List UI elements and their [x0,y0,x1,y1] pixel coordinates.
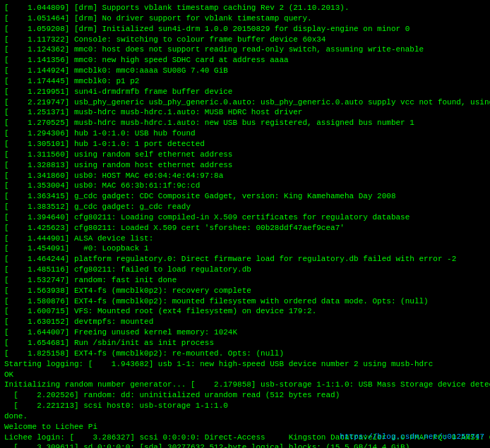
log-line: [ 1.363415] g_cdc gadget: CDC Composite … [4,191,486,202]
log-line: [ 1.630152] devtmpfs: mounted [4,317,486,327]
log-line: [ 1.485116] cfg80211: failed to load reg… [4,265,486,275]
log-line: [ 1.532747] random: fast init done [4,275,486,286]
log-line: [ 1.464244] platform regulatory.0: Direc… [4,254,486,265]
log-line: [ 1.328813] using random host ethernet a… [4,160,486,171]
watermark: https://blog.csdn.net/u01257747 [340,432,484,442]
log-line: [ 1.270525] musb-hdrc musb-hdrc.1.auto: … [4,118,486,128]
log-line: [ 1.305101] hub 1-0:1.0: 1 port detected [4,139,486,150]
log-line: done. [4,411,486,422]
log-container: [ 1.044809] [drm] Supports vblank timest… [4,3,486,448]
log-line: OK [4,370,486,380]
log-line: Initializing random number generator... … [4,380,486,390]
log-line: [ 2.202526] random: dd: uninitialized ur… [4,390,486,401]
log-line: [ 1.825158] EXT4-fs (mmcblk0p2): re-moun… [4,349,486,359]
log-line: [ 1.563938] EXT4-fs (mmcblk0p2): recover… [4,286,486,296]
log-line: [ 2.219747] usb_phy_generic usb_phy_gene… [4,97,486,108]
log-line: [ 1.341860] usb0: HOST MAC e6:04:4e:64:9… [4,171,486,181]
log-line: [ 1.059208] [drm] Initialized sun4i-drm … [4,24,486,35]
log-line: [ 1.117322] Console: switching to colour… [4,35,486,45]
log-line: [ 1.353004] usb0: MAC 66:3b:61:1f:9c:cd [4,181,486,191]
log-line: Starting logging: [ 1.943682] usb 1-1: n… [4,359,486,370]
log-line: [ 1.141356] mmc0: new high speed SDHC ca… [4,55,486,66]
log-line: [ 1.294306] hub 1-0:1.0: USB hub found [4,128,486,139]
log-line: [ 1.174445] mmcblk0: p1 p2 [4,76,486,87]
log-line: [ 1.654681] Run /sbin/init as init proce… [4,338,486,349]
log-line: [ 3.309611] sd 0:0:0:0: [sda] 30277632 5… [4,442,486,448]
log-line: [ 1.580876] EXT4-fs (mmcblk0p2): mounted… [4,296,486,307]
log-line: [ 1.644007] Freeing unused kernel memory… [4,327,486,338]
log-line: [ 1.454091] #0: Loopback 1 [4,243,486,254]
log-line: [ 1.051464] [drm] No driver support for … [4,13,486,24]
log-line: [ 1.219951] sun4i-drmdrmfb frame buffer … [4,87,486,97]
log-line: [ 1.251371] musb-hdrc musb-hdrc.1.auto: … [4,107,486,118]
log-line: [ 1.311560] using random self ethernet a… [4,150,486,160]
log-line: [ 1.394640] cfg80211: Loading compiled-i… [4,212,486,223]
log-line: [ 1.144924] mmcblk0: mmc0:aaaa SU08G 7.4… [4,66,486,76]
log-line: [ 1.383512] g_cdc gadget: g_cdc ready [4,202,486,212]
log-line: [ 1.444901] ALSA device list: [4,234,486,244]
log-line: [ 1.124362] mmc0: host does not support … [4,44,486,55]
log-line: Welcome to Lichee Pi [4,422,486,432]
log-line: [ 2.221213] scsi host0: usb-storage 1-1:… [4,401,486,411]
log-line: [ 1.425623] cfg80211: Loaded X.509 cert … [4,223,486,234]
log-line: [ 1.044809] [drm] Supports vblank timest… [4,3,486,13]
terminal: [ 1.044809] [drm] Supports vblank timest… [0,0,490,448]
log-line: [ 1.600715] VFS: Mounted root (ext4 file… [4,306,486,317]
